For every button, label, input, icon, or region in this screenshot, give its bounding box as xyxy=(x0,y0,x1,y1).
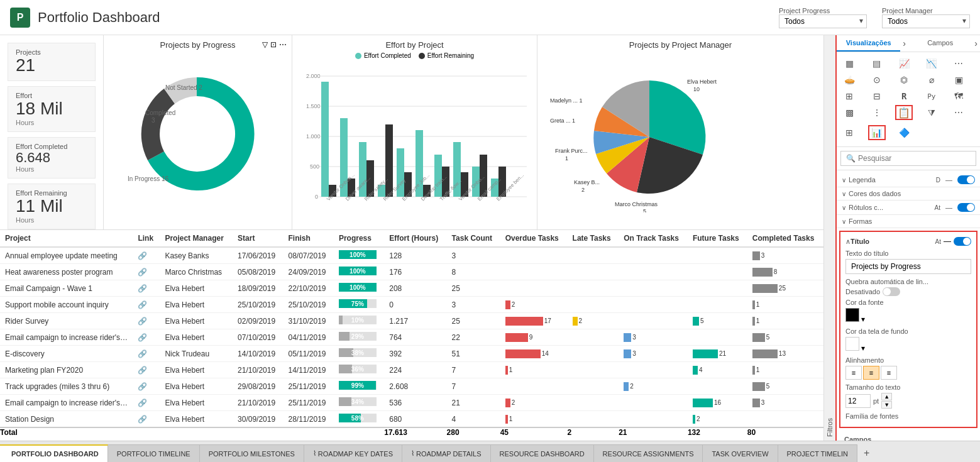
table-header-row: Project Link Project Manager Start Finis… xyxy=(0,230,823,247)
cell-link[interactable]: 🔗 xyxy=(133,378,160,395)
cor-fonte-swatch[interactable] xyxy=(845,308,859,322)
viz-funnel-icon[interactable]: ⏣ xyxy=(895,72,913,87)
expand-icon[interactable]: ⊡ xyxy=(270,40,277,49)
cell-link[interactable]: 🔗 xyxy=(133,346,160,362)
viz-area-icon[interactable]: 📉 xyxy=(923,56,940,71)
cell-manager: Marco Christmas xyxy=(160,264,233,280)
filter-select-progress[interactable]: Todos Not Started In Progress Completed xyxy=(779,14,867,28)
section-formas[interactable]: ∨ Formas xyxy=(837,215,980,228)
tab-add-button[interactable]: + xyxy=(857,444,876,462)
viz-map-icon[interactable]: 🗺 xyxy=(950,89,967,104)
svg-text:Madelyn ... 1: Madelyn ... 1 xyxy=(550,97,583,104)
viz-card-icon[interactable]: ▣ xyxy=(950,72,967,87)
cell-finish: 25/11/2019 xyxy=(283,378,333,395)
cell-link[interactable]: 🔗 xyxy=(133,313,160,329)
tab-roadmap-key-dates[interactable]: ⌇ ROADMAP KEY DATES xyxy=(304,444,402,462)
cell-manager: Elva Hebert xyxy=(160,378,233,395)
viz-misc-icon[interactable]: 🔷 xyxy=(895,125,913,140)
viz-donut-icon[interactable]: ⊙ xyxy=(868,72,886,87)
viz-selected-icon[interactable]: 📋 xyxy=(895,105,913,120)
viz-pie-icon[interactable]: 🥧 xyxy=(840,72,858,87)
cor-fonte-dropdown[interactable]: ▾ xyxy=(861,315,865,324)
tab-resource-dashboard[interactable]: RESOURCE DASHBOARD xyxy=(491,444,594,462)
cell-overdue xyxy=(500,264,568,280)
cell-start: 05/08/2019 xyxy=(233,264,283,280)
viz-gauge-icon[interactable]: ⌀ xyxy=(923,72,940,87)
tamanho-input[interactable] xyxy=(845,394,871,408)
texto-titulo-input[interactable] xyxy=(845,259,971,274)
titulo-toggle[interactable] xyxy=(954,237,971,246)
viz-table2-icon[interactable]: ⊞ xyxy=(840,125,858,140)
tab-task-overview[interactable]: TASK OVERVIEW xyxy=(703,444,778,462)
search-input-viz[interactable] xyxy=(858,154,971,163)
quebra-toggle[interactable] xyxy=(883,287,900,296)
cell-project: Email Campaign - Wave 1 xyxy=(0,280,133,297)
viz-scatter-icon[interactable]: ⋯ xyxy=(950,56,967,71)
chevron-titulo-icon[interactable]: ∧ xyxy=(845,238,851,246)
align-left-btn[interactable]: ≡ xyxy=(845,366,862,380)
viz-bar-icon[interactable]: ▦ xyxy=(840,56,858,71)
viz-waterfall-icon[interactable]: ⋮ xyxy=(868,105,886,120)
filtros-label[interactable]: Filtros xyxy=(823,35,835,441)
chevron-right-icon[interactable]: › xyxy=(900,35,908,52)
cell-link[interactable]: 🔗 xyxy=(133,297,160,313)
cell-link[interactable]: 🔗 xyxy=(133,411,160,428)
section-rotulos[interactable]: ∨ Rótulos c... At — xyxy=(837,201,980,215)
tab-project-timeline[interactable]: PROJECT TIMELIN xyxy=(778,444,857,462)
viz-slicer-icon[interactable]: ⧩ xyxy=(923,105,940,120)
cor-fundo-label: Cor da tela de fundo xyxy=(845,327,971,335)
col-link: Link xyxy=(133,230,160,247)
legenda-toggle[interactable] xyxy=(957,175,975,184)
spinner-arrows: ▲ ▼ xyxy=(881,393,892,409)
cell-start: 25/10/2019 xyxy=(233,297,283,313)
viz-py-icon[interactable]: Py xyxy=(923,89,940,104)
cell-link[interactable]: 🔗 xyxy=(133,264,160,280)
tab-portfolio-milestones[interactable]: PORTFOLIO MILESTONES xyxy=(200,444,304,462)
tab-portfolio-timeline[interactable]: PORTFOLIO TIMELINE xyxy=(108,444,200,462)
cell-link[interactable]: 🔗 xyxy=(133,247,160,264)
spinner-down[interactable]: ▼ xyxy=(881,401,892,409)
viz-treemap-icon[interactable]: ▩ xyxy=(840,105,858,120)
chevron-right-campos-icon[interactable]: › xyxy=(972,35,980,52)
viz-more-icon[interactable]: ⋯ xyxy=(950,105,967,120)
cor-fundo-swatch[interactable] xyxy=(845,337,859,351)
svg-text:Elva Hebert: Elva Hebert xyxy=(687,79,717,85)
tab-roadmap-details[interactable]: ⌇ ROADMAP DETAILS xyxy=(402,444,491,462)
cell-link[interactable]: 🔗 xyxy=(133,395,160,411)
viz-r-icon[interactable]: R xyxy=(895,89,913,104)
col-finish: Finish xyxy=(283,230,333,247)
spinner-up[interactable]: ▲ xyxy=(881,393,892,400)
table-area[interactable]: Project Link Project Manager Start Finis… xyxy=(0,230,823,441)
rotulos-toggle[interactable] xyxy=(957,203,975,212)
cell-link[interactable]: 🔗 xyxy=(133,362,160,378)
viz-table-icon[interactable]: ⊞ xyxy=(840,89,858,104)
align-right-btn[interactable]: ≡ xyxy=(881,366,897,380)
tab-visualizacoes[interactable]: Visualizações xyxy=(837,35,900,52)
viz-table3-icon[interactable]: 📊 xyxy=(868,125,886,140)
tab-resource-assignments[interactable]: RESOURCE ASSIGNMENTS xyxy=(594,444,703,462)
viz-stacked-icon[interactable]: ▤ xyxy=(868,56,886,71)
cell-tasks: 22 xyxy=(447,329,500,346)
cell-overdue: 2 xyxy=(500,395,568,411)
viz-line-icon[interactable]: 📈 xyxy=(895,56,913,71)
align-center-btn[interactable]: ≡ xyxy=(863,366,879,380)
cell-link[interactable]: 🔗 xyxy=(133,329,160,346)
viz-grid-2: ⊞ 📊 🔷 xyxy=(837,121,980,144)
col-manager: Project Manager xyxy=(160,230,233,247)
filter-icon[interactable]: ▽ xyxy=(262,40,268,49)
stat-effort-remaining: Effort Remaining 11 Mil Hours xyxy=(8,184,96,229)
more-icon[interactable]: ⋯ xyxy=(279,40,287,49)
viz-matrix-icon[interactable]: ⊟ xyxy=(868,89,886,104)
section-legenda[interactable]: ∨ Legenda D — xyxy=(837,173,980,187)
cor-fonte-row: ▾ xyxy=(845,308,971,324)
filter-select-manager[interactable]: Todos Kasey Banks Marco Christmas Elva H… xyxy=(882,14,970,28)
section-cores[interactable]: ∨ Cores dos dados xyxy=(837,187,980,201)
search-box-viz[interactable]: 🔍 xyxy=(840,151,976,166)
stat-effort: Effort 18 Mil Hours xyxy=(8,86,96,132)
cell-link[interactable]: 🔗 xyxy=(133,280,160,297)
svg-text:3: 3 xyxy=(151,117,155,124)
chart-donut-title: Projects by Progress xyxy=(109,40,287,50)
tab-campos[interactable]: Campos xyxy=(908,35,972,52)
cor-fundo-dropdown[interactable]: ▾ xyxy=(861,344,865,353)
tab-portfolio-dashboard[interactable]: PORTFOLIO DASHBOARD xyxy=(0,444,108,462)
